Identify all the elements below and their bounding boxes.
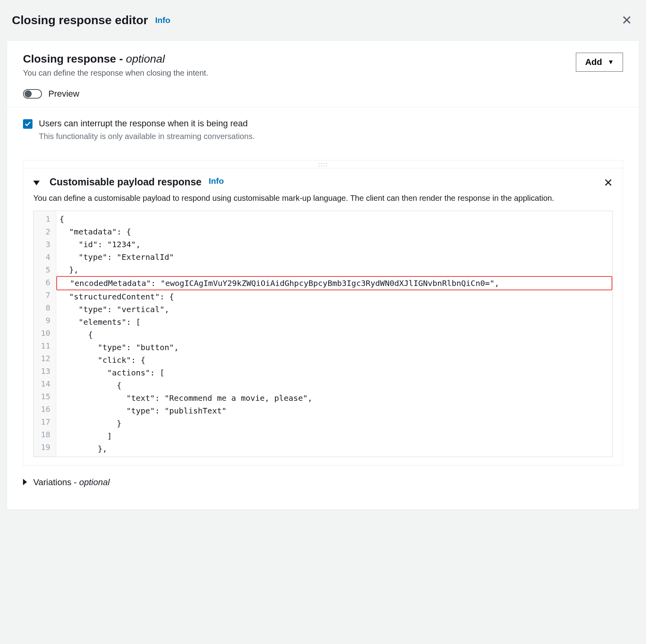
modal-header: Closing response editor Info ✕: [6, 6, 640, 40]
payload-close-icon[interactable]: ✕: [604, 176, 613, 189]
code-line[interactable]: "id": "1234",: [56, 238, 612, 251]
code-gutter: 12345678910111213141516171819: [34, 211, 56, 457]
payload-title: Customisable payload response: [50, 176, 201, 188]
code-line[interactable]: "type": "ExternalId": [56, 251, 612, 263]
code-line[interactable]: "type": "publishText": [56, 404, 612, 417]
closing-response-panel: Closing response - optional You can defi…: [7, 40, 639, 510]
panel-header: Closing response - optional You can defi…: [7, 41, 639, 107]
modal-title: Closing response editor: [12, 13, 148, 27]
code-line[interactable]: }: [56, 417, 612, 430]
code-line[interactable]: "text": "Recommend me a movie, please",: [56, 392, 612, 404]
panel-title-wrap: Closing response - optional You can defi…: [23, 53, 208, 78]
code-body[interactable]: { "metadata": { "id": "1234", "type": "E…: [56, 211, 612, 457]
preview-label: Preview: [48, 89, 79, 99]
add-button-label: Add: [585, 57, 602, 67]
preview-toggle[interactable]: [23, 89, 42, 99]
code-line[interactable]: },: [56, 263, 612, 276]
variations-label-prefix: Variations -: [33, 477, 79, 487]
panel-title-optional: optional: [126, 53, 165, 65]
preview-row: Preview: [23, 89, 623, 99]
code-line[interactable]: {: [56, 213, 612, 225]
interrupt-checkbox-row: Users can interrupt the response when it…: [23, 118, 623, 129]
panel-header-row: Closing response - optional You can defi…: [23, 53, 623, 78]
interrupt-label: Users can interrupt the response when it…: [39, 118, 248, 129]
code-line[interactable]: "encodedMetadata": "ewogICAgImVuY29kZWQi…: [56, 276, 612, 290]
drag-handle[interactable]: ::::: [23, 160, 623, 168]
payload-sub-panel: :::: Customisable payload response Info …: [23, 160, 623, 465]
panel-description: You can define the response when closing…: [23, 69, 208, 78]
toggle-knob: [25, 90, 32, 97]
code-line[interactable]: "click": {: [56, 354, 612, 366]
interrupt-section: Users can interrupt the response when it…: [7, 107, 639, 152]
code-line[interactable]: "type": "vertical",: [56, 303, 612, 316]
code-line[interactable]: },: [56, 442, 612, 455]
code-line[interactable]: {: [56, 328, 612, 341]
panel-title-prefix: Closing response -: [23, 53, 126, 65]
panel-title: Closing response - optional: [23, 53, 208, 65]
payload-info-link[interactable]: Info: [208, 176, 224, 186]
code-editor[interactable]: 12345678910111213141516171819 { "metadat…: [33, 211, 613, 457]
code-line[interactable]: "elements": [: [56, 316, 612, 328]
closing-response-editor-modal: Closing response editor Info ✕ Closing r…: [0, 0, 646, 520]
variations-row: Variations - optional: [7, 465, 639, 509]
variations-label-optional: optional: [79, 477, 110, 487]
interrupt-checkbox[interactable]: [23, 119, 32, 129]
interrupt-description: This functionality is only available in …: [39, 132, 623, 141]
code-line[interactable]: ]: [56, 430, 612, 442]
modal-info-link[interactable]: Info: [155, 15, 170, 25]
add-button[interactable]: Add ▼: [576, 53, 623, 72]
expand-icon[interactable]: [23, 478, 28, 487]
code-line[interactable]: "actions": [: [56, 366, 612, 379]
collapse-icon[interactable]: [33, 179, 40, 188]
payload-description: You can define a customisable payload to…: [23, 189, 623, 211]
code-line[interactable]: {: [56, 379, 612, 392]
check-icon: [25, 121, 31, 127]
payload-header: Customisable payload response Info ✕: [23, 168, 623, 189]
code-line[interactable]: "structuredContent": {: [56, 290, 612, 303]
code-line[interactable]: "type": "button",: [56, 341, 612, 354]
chevron-down-icon: ▼: [608, 59, 614, 66]
close-icon[interactable]: ✕: [619, 12, 634, 29]
variations-label: Variations - optional: [33, 477, 110, 488]
code-line[interactable]: "metadata": {: [56, 225, 612, 238]
